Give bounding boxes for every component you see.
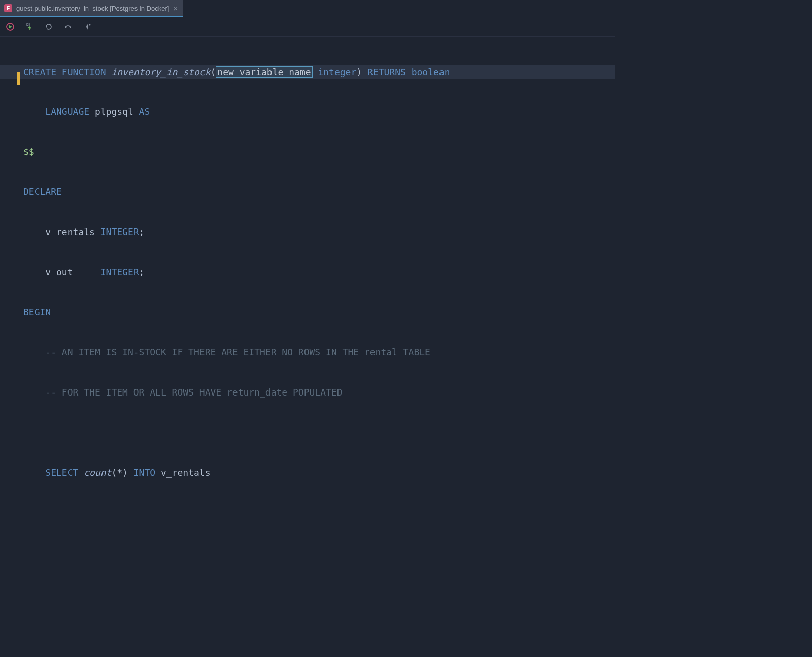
punct: ; bbox=[139, 226, 145, 237]
svg-text:DB: DB bbox=[26, 23, 30, 27]
tab-title: guest.public.inventory_in_stock [Postgre… bbox=[16, 5, 169, 12]
code-line[interactable]: CREATE FUNCTION inventory_in_stock(new_v… bbox=[0, 65, 615, 79]
dollar-quote: $$ bbox=[23, 146, 35, 157]
keyword: LANGUAGE bbox=[45, 106, 89, 117]
undo-icon[interactable] bbox=[63, 22, 73, 32]
refresh-icon[interactable] bbox=[44, 22, 54, 32]
builtin-func: count bbox=[84, 467, 111, 478]
tab-bar: F guest.public.inventory_in_stock [Postg… bbox=[0, 0, 615, 17]
comment: -- AN ITEM IS IN-STOCK IF THERE ARE EITH… bbox=[45, 347, 430, 357]
type: integer bbox=[318, 67, 356, 77]
ai-assist-icon[interactable] bbox=[82, 22, 92, 32]
punct: ) bbox=[356, 67, 362, 77]
keyword: AS bbox=[139, 106, 150, 117]
function-name: inventory_in_stock bbox=[111, 67, 210, 77]
language-name: plpgsql bbox=[95, 106, 133, 117]
type: boolean bbox=[412, 67, 450, 77]
variable: v_out bbox=[45, 267, 73, 277]
keyword: BEGIN bbox=[23, 307, 51, 317]
change-marker-icon bbox=[17, 72, 20, 85]
punct: ; bbox=[139, 267, 145, 277]
variable: v_rentals bbox=[45, 226, 95, 237]
code-line[interactable]: -- FOR THE ITEM OR ALL ROWS HAVE return_… bbox=[0, 386, 615, 399]
keyword: CREATE FUNCTION bbox=[23, 67, 106, 77]
db-upload-icon[interactable]: DB bbox=[24, 22, 35, 32]
comment: -- FOR THE ITEM OR ALL ROWS HAVE return_… bbox=[45, 387, 342, 398]
svg-point-5 bbox=[89, 24, 91, 25]
keyword: INTO bbox=[133, 467, 155, 478]
type: INTEGER bbox=[100, 226, 139, 237]
svg-marker-3 bbox=[46, 26, 47, 28]
svg-marker-1 bbox=[9, 25, 12, 28]
punct: (*) bbox=[111, 467, 128, 478]
code-line[interactable]: DECLARE bbox=[0, 185, 615, 199]
code-line[interactable]: v_out INTEGER; bbox=[0, 266, 615, 279]
rename-input[interactable]: new_variable_name bbox=[216, 66, 312, 78]
code-line[interactable]: $$ bbox=[0, 145, 615, 158]
punct: ( bbox=[210, 67, 216, 77]
keyword: SELECT bbox=[45, 467, 78, 478]
code-line[interactable] bbox=[0, 426, 615, 439]
code-line[interactable]: BEGIN bbox=[0, 306, 615, 319]
function-badge-icon: F bbox=[4, 4, 12, 12]
run-icon[interactable] bbox=[5, 22, 15, 32]
code-line[interactable]: SELECT count(*) INTO v_rentals bbox=[0, 466, 615, 479]
code-line[interactable]: LANGUAGE plpgsql AS bbox=[0, 105, 615, 118]
type: INTEGER bbox=[100, 267, 139, 277]
keyword: RETURNS bbox=[367, 67, 406, 77]
variable: v_rentals bbox=[161, 467, 211, 478]
editor-toolbar: DB bbox=[0, 17, 615, 37]
code-line[interactable]: -- AN ITEM IS IN-STOCK IF THERE ARE EITH… bbox=[0, 346, 615, 359]
keyword: DECLARE bbox=[23, 186, 62, 197]
code-editor[interactable]: CREATE FUNCTION inventory_in_stock(new_v… bbox=[0, 37, 615, 498]
editor-tab[interactable]: F guest.public.inventory_in_stock [Postg… bbox=[0, 0, 183, 17]
close-tab-icon[interactable]: × bbox=[173, 5, 178, 12]
code-line[interactable]: v_rentals INTEGER; bbox=[0, 225, 615, 239]
